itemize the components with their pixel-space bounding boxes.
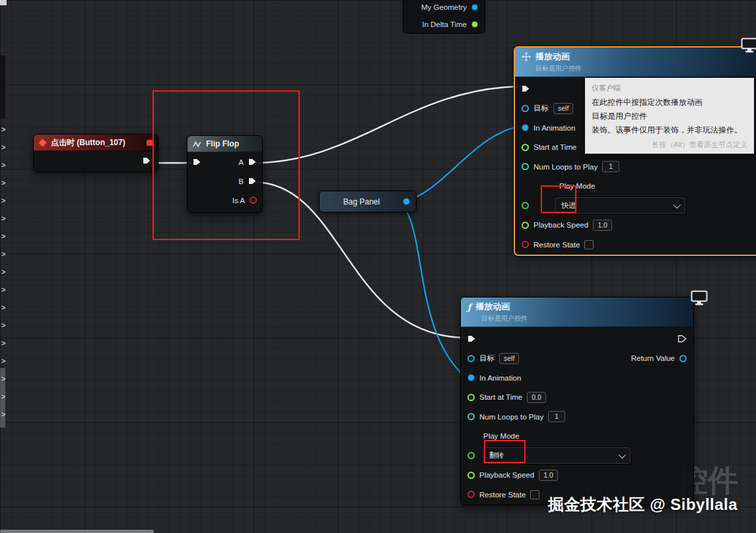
exec-out-pin[interactable] bbox=[678, 335, 687, 343]
chevron-right-icon[interactable]: > bbox=[1, 339, 5, 347]
flipflop-title-bar: Flip Flop bbox=[188, 136, 262, 152]
flipflop-node[interactable]: Flip Flop A B Is A bbox=[187, 135, 263, 213]
play-top-subtitle: 目标是用户控件 bbox=[535, 64, 756, 73]
move-arrows-icon bbox=[522, 52, 531, 61]
restore-state-label: Restore State bbox=[479, 491, 526, 499]
bag-panel-output-pin[interactable] bbox=[403, 198, 410, 205]
exec-in-pin[interactable] bbox=[467, 335, 476, 343]
pin-label: In Delta Time bbox=[422, 20, 467, 28]
in-animation-pin[interactable] bbox=[522, 124, 529, 131]
chevron-right-icon[interactable]: > bbox=[1, 161, 5, 169]
tooltip-hint: 长按（Alt）查看原生节点定义 bbox=[592, 140, 747, 150]
num-loops-input[interactable]: 1 bbox=[602, 161, 619, 172]
exec-out-pin[interactable] bbox=[143, 157, 151, 165]
chevron-right-icon[interactable]: > bbox=[1, 268, 5, 276]
play-mode-value: 翻转 bbox=[489, 451, 504, 460]
play-mode-label: Play Mode bbox=[483, 432, 519, 440]
exec-out-b-pin[interactable] bbox=[248, 177, 257, 185]
playback-speed-input[interactable]: 1.0 bbox=[539, 470, 558, 481]
tooltip-line: 目标是用户控件 bbox=[592, 111, 747, 121]
in-animation-pin[interactable] bbox=[467, 374, 475, 381]
chevron-right-icon[interactable]: > bbox=[1, 286, 5, 294]
chevron-right-icon[interactable]: > bbox=[1, 357, 5, 365]
start-at-time-label: Start at Time bbox=[479, 393, 522, 401]
tooltip-line: 在此控件中按指定次数播放动画 bbox=[592, 97, 747, 108]
chevron-right-icon[interactable]: > bbox=[1, 375, 5, 383]
playback-speed-label: Playback Speed bbox=[479, 471, 534, 479]
chevron-right-icon[interactable]: > bbox=[1, 321, 5, 329]
playback-speed-pin[interactable] bbox=[467, 472, 475, 479]
flipflop-icon bbox=[193, 141, 201, 148]
chevron-right-icon[interactable]: > bbox=[1, 143, 5, 151]
play-mode-pin[interactable] bbox=[467, 452, 475, 459]
chevron-right-icon[interactable]: > bbox=[1, 250, 5, 258]
node-tooltip: 仅客户端 在此控件中按指定次数播放动画 目标是用户控件 装饰。该事件仅用于装饰，… bbox=[585, 78, 754, 154]
pin-label-b: B bbox=[238, 177, 244, 185]
my-geometry-pin[interactable] bbox=[471, 4, 478, 11]
restore-state-checkbox[interactable] bbox=[584, 240, 594, 249]
exec-out-a-pin[interactable] bbox=[248, 158, 257, 166]
chevron-down-icon bbox=[673, 201, 681, 208]
playback-speed-input[interactable]: 1.0 bbox=[593, 220, 612, 231]
blueprint-graph-canvas[interactable]: >>>>>>>>>>>>>>>>> My Geometry In Delta T… bbox=[0, 0, 756, 533]
play-bottom-title: 播放动画 bbox=[476, 301, 510, 313]
chevron-right-icon[interactable]: > bbox=[1, 214, 5, 222]
in-animation-label: In Animation bbox=[479, 374, 521, 382]
watermark-text: 掘金技术社区 @ Sibyllala bbox=[548, 494, 738, 515]
chevron-right-icon[interactable]: > bbox=[1, 197, 5, 204]
is-a-pin[interactable] bbox=[250, 197, 257, 204]
target-pin[interactable] bbox=[522, 105, 529, 112]
chevron-right-icon[interactable]: > bbox=[1, 179, 5, 187]
target-pin[interactable] bbox=[467, 355, 475, 362]
num-loops-pin[interactable] bbox=[467, 413, 475, 420]
chevron-right-icon[interactable]: > bbox=[1, 232, 5, 240]
bag-panel-node[interactable]: Bag Panel bbox=[319, 191, 417, 212]
partial-event-node[interactable]: My Geometry In Delta Time bbox=[403, 0, 485, 34]
function-icon: ƒ bbox=[467, 303, 471, 311]
chevron-right-icon[interactable]: > bbox=[1, 392, 5, 400]
num-loops-label: Num Loops to Play bbox=[533, 163, 598, 171]
return-value-pin[interactable] bbox=[679, 355, 687, 362]
start-at-time-input[interactable]: 0.0 bbox=[527, 392, 546, 403]
play-mode-value: 快进 bbox=[561, 201, 576, 210]
restore-state-pin[interactable] bbox=[467, 491, 475, 498]
num-loops-pin[interactable] bbox=[522, 163, 529, 170]
target-self-pill[interactable]: self bbox=[499, 353, 519, 364]
play-bottom-title-bar: ƒ 播放动画 目标是用户控件 bbox=[461, 298, 693, 327]
in-delta-time-pin[interactable] bbox=[471, 21, 478, 28]
wire-exec-a-to-playtop[interactable] bbox=[254, 86, 522, 163]
restore-state-checkbox[interactable] bbox=[530, 490, 539, 499]
wire-bagpanel-to-playbottom[interactable] bbox=[399, 201, 464, 376]
exec-in-pin[interactable] bbox=[193, 158, 201, 166]
play-mode-select[interactable]: 翻转 bbox=[482, 447, 631, 464]
chevron-right-icon[interactable]: > bbox=[1, 303, 5, 311]
target-self-pill[interactable]: self bbox=[553, 103, 573, 114]
bottom-scrollbar[interactable] bbox=[0, 530, 154, 533]
start-at-time-pin[interactable] bbox=[522, 144, 529, 151]
playback-speed-label: Playback Speed bbox=[533, 221, 588, 229]
tooltip-line: 装饰。该事件仅用于装饰，并非玩法操作。 bbox=[592, 125, 747, 135]
left-panel-strip bbox=[0, 55, 5, 119]
num-loops-input[interactable]: 1 bbox=[548, 411, 565, 422]
event-node-button-clicked[interactable]: 点击时 (Button_107) bbox=[33, 134, 158, 172]
in-animation-label: In Animation bbox=[533, 124, 575, 132]
target-label: 目标 bbox=[479, 354, 495, 363]
restore-state-pin[interactable] bbox=[522, 241, 529, 248]
client-only-monitor-icon bbox=[691, 290, 708, 306]
breakpoint-marker-icon[interactable] bbox=[147, 140, 153, 146]
wire-bagpanel-to-playtop[interactable] bbox=[399, 125, 527, 201]
flipflop-title: Flip Flop bbox=[206, 139, 239, 148]
num-loops-label: Num Loops to Play bbox=[479, 413, 543, 421]
event-node-title: 点击时 (Button_107) bbox=[51, 137, 125, 148]
start-at-time-pin[interactable] bbox=[467, 394, 475, 401]
play-mode-pin[interactable] bbox=[522, 202, 529, 209]
chevron-right-icon[interactable]: > bbox=[1, 125, 5, 133]
exec-in-pin[interactable] bbox=[522, 85, 530, 93]
play-mode-select[interactable]: 快进 bbox=[554, 197, 686, 214]
play-top-title: 播放动画 bbox=[535, 51, 570, 63]
play-animation-node-bottom[interactable]: ƒ 播放动画 目标是用户控件 目标 self Return Value In A… bbox=[460, 297, 694, 505]
playback-speed-pin[interactable] bbox=[522, 222, 529, 229]
chevron-right-icon[interactable]: > bbox=[1, 410, 5, 418]
event-node-title-bar: 点击时 (Button_107) bbox=[34, 135, 158, 151]
pin-label: My Geometry bbox=[421, 3, 467, 11]
